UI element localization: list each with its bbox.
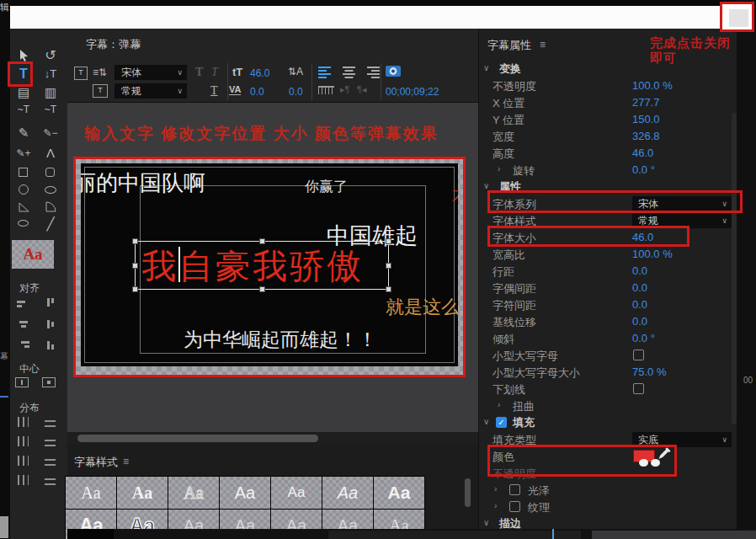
leading-value[interactable]: 0.0 [289, 86, 303, 98]
style-swatch[interactable]: Aa [117, 477, 168, 509]
resize-handle[interactable] [132, 238, 138, 244]
center-horizontal-icon[interactable] [15, 377, 29, 387]
circle-tool-icon[interactable] [19, 184, 29, 195]
selected-text-box[interactable]: 我自豪我骄傲 [135, 241, 389, 290]
chevron-down-icon: ∨ [483, 518, 489, 527]
font-size-value[interactable]: 46.0 [250, 67, 269, 79]
sheen-checkbox[interactable] [509, 484, 520, 495]
underline-checkbox[interactable] [633, 383, 644, 394]
convert-anchor-tool-icon[interactable]: Λ [40, 145, 61, 162]
vertical-area-type-tool-icon[interactable]: ▥ [40, 84, 61, 101]
distribute-6-icon[interactable] [45, 456, 56, 466]
align-left-icon[interactable] [17, 298, 29, 309]
style-swatch[interactable]: Aa [168, 477, 219, 509]
roll-crawl-icon[interactable]: ≡⇅ [93, 67, 107, 78]
style-swatch[interactable]: Aa [66, 477, 116, 509]
style-swatch[interactable]: Aa [220, 477, 270, 509]
distribute-2-icon[interactable] [45, 417, 56, 427]
distribute-1-icon[interactable] [18, 417, 29, 427]
faux-bold-icon[interactable]: T [195, 66, 203, 79]
vertical-type-tool-icon[interactable]: ↓T [40, 66, 61, 83]
font-style-dropdown[interactable]: 常规∨ [632, 213, 732, 228]
video-preview[interactable]: 丽的中国队啊 你赢了 中国雄起 不 我自豪我骄傲 [81, 163, 458, 366]
style-swatch[interactable]: Aa [374, 477, 424, 509]
line-tool-icon[interactable]: ╱ [40, 216, 61, 232]
prop-fill-opacity: 不透明度 [479, 465, 737, 482]
prop-texture[interactable]: ›纹理 [479, 499, 737, 515]
styles-panel-menu-icon[interactable]: ≡ [123, 456, 129, 467]
fill-type-dropdown[interactable]: 实底∨ [632, 432, 732, 447]
distribute-3-icon[interactable] [18, 436, 29, 446]
vertical-path-type-tool-icon[interactable]: ~T [40, 101, 61, 118]
area-type-tool-icon[interactable]: ▤ [13, 84, 34, 101]
resize-handle[interactable] [132, 263, 138, 269]
underline-icon[interactable]: T [210, 84, 218, 98]
distribute-5-icon[interactable] [18, 456, 29, 466]
paragraph-back-icon[interactable]: ¶◂ [357, 84, 366, 95]
tab-stops-icon[interactable] [318, 86, 334, 94]
style-swatch[interactable]: Aa [271, 477, 322, 509]
wedge-tool-icon[interactable] [40, 200, 61, 216]
section-properties[interactable]: ∨属性 [479, 179, 737, 195]
faux-italic-icon[interactable]: T [211, 66, 218, 79]
prop-sheen[interactable]: ›光泽 [479, 482, 737, 499]
new-caption-icon[interactable]: T [74, 67, 88, 80]
resize-handle[interactable] [259, 286, 265, 292]
align-middle-vertical-icon[interactable] [44, 318, 56, 329]
distribute-4-icon[interactable] [45, 436, 56, 446]
align-left-text-icon[interactable] [318, 66, 333, 82]
pen-tool-icon[interactable]: ✎ [13, 125, 34, 141]
styles-vertical-scrollbar-thumb[interactable] [465, 478, 471, 507]
section-fill[interactable]: ∨✓填充 [479, 414, 737, 431]
prop-distort[interactable]: ›扭曲 [479, 398, 737, 414]
center-vertical-icon[interactable] [42, 377, 56, 387]
distribute-8-icon[interactable] [45, 475, 56, 485]
style-sample-swatch[interactable]: Aa [12, 240, 54, 269]
ellipse-tool-icon[interactable] [45, 186, 56, 194]
triangle-tool-icon[interactable] [13, 200, 34, 216]
horizontal-scrollbar[interactable] [67, 432, 478, 445]
style-swatch[interactable]: Aa [322, 477, 373, 509]
close-icon[interactable] [729, 9, 748, 27]
path-type-tool-icon[interactable]: ~T [13, 101, 34, 118]
font-family-dropdown[interactable]: 宋体∨ [632, 196, 732, 211]
panel-menu-icon[interactable]: ≡ [135, 38, 141, 50]
align-center-text-icon[interactable] [343, 66, 357, 82]
align-right-icon[interactable] [17, 339, 29, 350]
prop-baseline-shift: 基线位移0.0 [479, 313, 737, 330]
distribute-7-icon[interactable] [18, 475, 29, 485]
delete-anchor-tool-icon[interactable]: ✎− [40, 125, 61, 141]
color-swatch-dot [639, 459, 648, 467]
font-family-select[interactable]: 宋体 ∨ [114, 65, 187, 80]
align-right-text-icon[interactable] [367, 66, 381, 82]
resize-handle[interactable] [386, 238, 391, 244]
background-video-icon[interactable] [386, 65, 402, 82]
add-anchor-tool-icon[interactable]: ✎+ [13, 145, 34, 162]
caption-templates-icon[interactable]: T [93, 84, 108, 98]
prop-rotation[interactable]: ›旋转0.0 ° [479, 162, 737, 179]
rectangle-tool-icon[interactable] [19, 168, 28, 177]
texture-checkbox[interactable] [509, 501, 520, 512]
horizontal-scrollbar-thumb[interactable] [77, 435, 318, 442]
resize-handle[interactable] [386, 286, 391, 292]
align-bottom-icon[interactable] [44, 339, 56, 350]
align-top-icon[interactable] [44, 298, 56, 309]
resize-handle[interactable] [386, 263, 391, 269]
resize-handle[interactable] [259, 238, 265, 244]
fill-checkbox[interactable]: ✓ [496, 417, 507, 428]
align-center-horizontal-icon[interactable] [17, 318, 29, 329]
kerning-value[interactable]: 0.0 [250, 86, 264, 98]
rotation-tool-icon[interactable]: ↺ [40, 47, 61, 64]
selected-danmaku-text[interactable]: 我自豪我骄傲 [141, 243, 364, 290]
selection-tool-icon[interactable] [13, 47, 34, 64]
rounded-rectangle-tool-icon[interactable] [45, 168, 55, 177]
timecode-display[interactable]: 00;00;09;22 [386, 86, 439, 98]
flat-ellipse-tool-icon[interactable] [18, 220, 29, 227]
properties-panel-menu-icon[interactable]: ≡ [540, 39, 546, 51]
small-caps-checkbox[interactable] [633, 350, 644, 360]
type-tool-icon[interactable]: T [13, 66, 34, 83]
resize-handle[interactable] [132, 286, 138, 292]
font-style-select[interactable]: 常规 ∨ [114, 83, 187, 99]
paragraph-forward-icon[interactable]: ▸¶ [340, 84, 349, 95]
section-transform[interactable]: ∨变换 [479, 61, 737, 77]
